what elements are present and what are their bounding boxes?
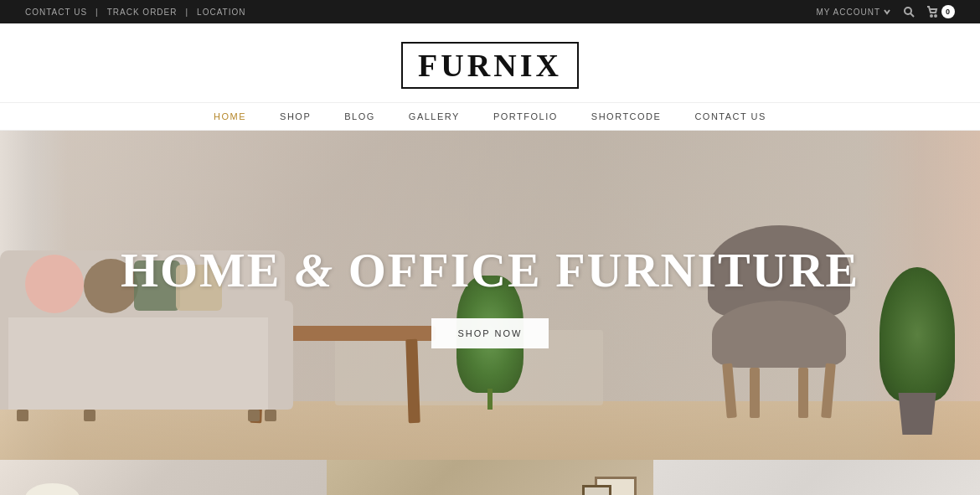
nav-portfolio[interactable]: PORTFOLIO: [493, 111, 558, 121]
track-order-link[interactable]: TRACK ORDER: [107, 8, 178, 17]
lamp-shade: [25, 483, 80, 495]
chevron-down-icon: [883, 8, 891, 16]
topbar-right: MY ACCOUNT 0: [817, 5, 956, 18]
hero-overlay: HOME & OFFICE FURNITURE SHOP NOW: [0, 131, 980, 460]
shop-now-button[interactable]: SHOP NOW: [431, 318, 549, 348]
sep2: |: [185, 8, 188, 17]
hero-title: HOME & OFFICE FURNITURE: [121, 242, 859, 298]
thumbnail-1[interactable]: [0, 460, 327, 495]
svg-point-2: [931, 15, 932, 17]
hero-title-text: HOME & OFFICE FURNITURE: [121, 243, 859, 297]
nav-shop[interactable]: SHOP: [280, 111, 311, 121]
my-account-label: MY ACCOUNT: [817, 8, 881, 17]
topbar-left: CONTACT US | TRACK ORDER | LOCATION: [25, 8, 245, 17]
nav-contact[interactable]: CONTACT US: [694, 111, 766, 121]
thumbnail-3[interactable]: [653, 460, 980, 495]
nav-blog[interactable]: BLOG: [344, 111, 375, 121]
cart-count: 0: [941, 5, 955, 18]
thumb-inner-1: [0, 460, 327, 495]
hero-section: HOME & OFFICE FURNITURE SHOP NOW: [0, 131, 980, 460]
nav-home[interactable]: HOME: [214, 111, 246, 121]
thumbnail-2[interactable]: [327, 460, 653, 495]
thumb-inner-2: [327, 460, 653, 495]
logo-text: FURNIX: [418, 48, 562, 83]
svg-point-0: [905, 8, 911, 14]
search-icon[interactable]: [903, 6, 915, 18]
nav-gallery[interactable]: GALLERY: [409, 111, 460, 121]
sep1: |: [95, 8, 99, 17]
svg-line-1: [910, 13, 914, 17]
logo-bar: FURNIX: [0, 23, 980, 102]
site-logo[interactable]: FURNIX: [401, 42, 579, 89]
topbar: CONTACT US | TRACK ORDER | LOCATION MY A…: [0, 0, 980, 23]
location-link[interactable]: LOCATION: [197, 8, 245, 17]
nav-shortcode[interactable]: SHORTCODE: [591, 111, 662, 121]
cart-icon: [926, 6, 938, 18]
svg-point-3: [935, 15, 936, 17]
contact-us-link[interactable]: CONTACT US: [25, 8, 87, 17]
cart-button[interactable]: 0: [926, 5, 955, 18]
thumb2-frame2: [582, 485, 611, 495]
thumb-inner-3: [653, 460, 980, 495]
my-account-button[interactable]: MY ACCOUNT: [817, 8, 892, 17]
product-thumbnails: [0, 460, 980, 495]
main-nav: HOME SHOP BLOG GALLERY PORTFOLIO SHORTCO…: [0, 102, 980, 131]
